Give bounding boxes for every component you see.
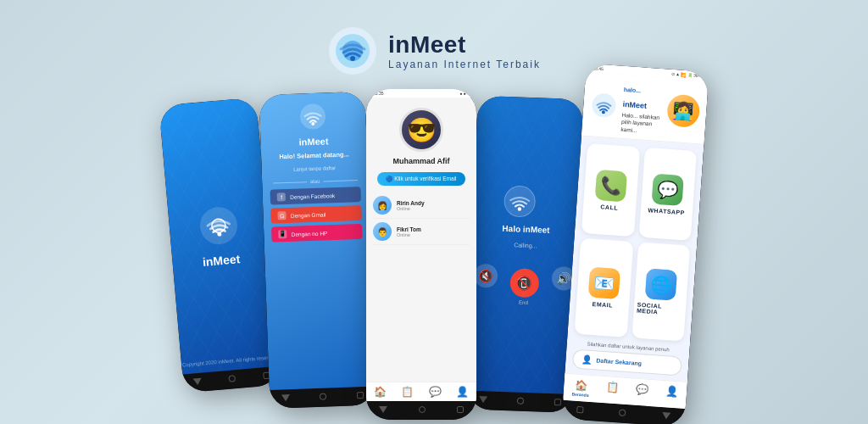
brand-area: inMeet Layanan Internet Terbaik: [327, 25, 541, 76]
profile-pic-area: 😎: [399, 108, 443, 152]
back-nav[interactable]: [662, 412, 671, 420]
nav-list-icon: 📋: [606, 381, 620, 393]
nav-home-item[interactable]: 🏠 Beranda: [571, 379, 589, 398]
contact-status-1: Online: [397, 206, 470, 211]
back-nav[interactable]: [281, 394, 290, 401]
statusbar-time: 18.45: [593, 65, 604, 71]
nav-profile-icon: 👤: [665, 385, 679, 398]
status-time: 15.35: [373, 91, 384, 96]
profile-avatar: 😎: [399, 108, 443, 152]
dashboard-logo-icon: [589, 91, 618, 120]
verify-label: Klik untuk verifikasi Email: [394, 176, 456, 181]
dashboard-greeting: Halo... silahkan pilih layanan kami...: [620, 112, 662, 137]
contact-name-2: Fikri Tom: [397, 226, 470, 232]
login-greeting: Halo! Selamat datang...: [279, 150, 349, 160]
contact-list: 👩 Ririn Andy Online 👨 Fikri Tom Online: [366, 192, 476, 245]
login-wifi-icon: [298, 101, 328, 131]
nav-list-icon[interactable]: 📋: [401, 386, 414, 398]
contact-avatar-2: 👨: [373, 222, 392, 241]
phone-icon: 📱: [279, 230, 287, 238]
register-icon: 👤: [581, 354, 593, 365]
verify-email-btn[interactable]: 🔵 Klik untuk verifikasi Email: [377, 172, 465, 186]
dashboard-screen: 18.45 ⊙ ▲ 📶 🔋 38% halo...: [563, 64, 709, 409]
profile-statusbar: 15.35 ● ● ●: [366, 89, 476, 98]
call-icon-area: 📞: [594, 170, 626, 202]
nav-chat-icon[interactable]: 💬: [429, 386, 442, 398]
brand-tagline: Layanan Internet Terbaik: [388, 59, 541, 70]
contact-info-1: Ririn Andy Online: [397, 200, 470, 211]
nav-chat-item[interactable]: 💬: [635, 383, 648, 402]
email-icon-area: 📧: [587, 267, 620, 299]
facebook-login-btn[interactable]: f Dengan Facebook: [270, 187, 361, 205]
social-service-label: SOCIAL MEDIA: [637, 301, 682, 316]
nav-list-item[interactable]: 📋: [605, 381, 619, 399]
call-service-card[interactable]: 📞 CALL: [581, 143, 640, 237]
contact-item-2: 👨 Fikri Tom Online: [373, 219, 470, 245]
recents-nav[interactable]: [576, 406, 584, 414]
profile-screen: 15.35 ● ● ● 😎 Muhammad Afif 🔵 Klik untuk…: [366, 89, 476, 401]
dashboard-app-name: inMeet: [622, 100, 647, 110]
gmail-icon: G: [278, 211, 287, 220]
dashboard-header: halo... inMeet Halo... silahkan pilih la…: [581, 72, 709, 145]
back-nav[interactable]: [479, 396, 487, 403]
facebook-label: Dengan Facebook: [290, 192, 335, 200]
social-icon-area: 🌐: [645, 268, 677, 300]
statusbar-icons: ⊙ ▲ 📶 🔋 38%: [671, 71, 703, 79]
svg-point-3: [350, 56, 355, 61]
nav-home-label: Beranda: [571, 392, 588, 398]
contact-item: 👩 Ririn Andy Online: [373, 192, 470, 219]
call-service-label: CALL: [600, 204, 618, 210]
status-icons: ● ● ●: [459, 91, 470, 96]
nav-home-icon[interactable]: 🏠: [374, 386, 387, 398]
profile-name: Muhammad Afif: [392, 157, 449, 165]
whatsapp-service-card[interactable]: 💬 WHATSAPP: [638, 148, 697, 241]
social-media-service-card[interactable]: 🌐 SOCIAL MEDIA: [632, 243, 690, 342]
nav-chat-icon: 💬: [636, 383, 649, 396]
phones-container: inMeet Copyright 2020 inMeet. All rights…: [0, 34, 868, 424]
contact-name-1: Ririn Andy: [397, 200, 470, 206]
nav-home-icon: 🏠: [574, 379, 587, 392]
halo-text: halo... inMeet: [622, 80, 664, 113]
login-skip[interactable]: Lanjut tanpa daftar: [293, 165, 336, 172]
whatsapp-service-label: WHATSAPP: [648, 207, 685, 215]
or-label: atau: [310, 179, 320, 184]
phone-login: inMeet Halo! Selamat datang... Lanjut ta…: [259, 92, 376, 409]
home-nav[interactable]: [419, 406, 426, 413]
contact-info-2: Fikri Tom Online: [397, 226, 470, 237]
profile-bottom-nav: 🏠 📋 💬 👤: [366, 382, 476, 401]
register-label: Daftar Sekarang: [596, 357, 642, 366]
facebook-icon: f: [277, 192, 286, 201]
home-nav[interactable]: [619, 409, 626, 416]
avatar-emoji: 😎: [407, 116, 437, 144]
recents-nav[interactable]: [554, 399, 561, 405]
dashboard-header-text: halo... inMeet Halo... silahkan pilih la…: [620, 80, 664, 136]
email-service-label: EMAIL: [592, 301, 613, 309]
gmail-label: Dengan Gmail: [291, 211, 326, 218]
phone-profile: 15.35 ● ● ● 😎 Muhammad Afif 🔵 Klik untuk…: [366, 89, 476, 420]
phone-dashboard: 18.45 ⊙ ▲ 📶 🔋 38% halo...: [562, 64, 709, 424]
home-nav[interactable]: [229, 375, 236, 382]
battery-pct: 38%: [693, 73, 702, 79]
services-grid: 📞 CALL 💬 WHATSAPP 📧 EMAIL 🌐 SOCIAL MEDIA: [567, 137, 704, 349]
phone-label: Dengan no HP: [292, 230, 328, 237]
email-service-card[interactable]: 📧 EMAIL: [575, 238, 633, 338]
phone-login-btn[interactable]: 📱 Dengan no HP: [271, 224, 362, 243]
cs-avatar-emoji: 👩‍💻: [672, 100, 695, 122]
brand-name: inMeet: [388, 31, 541, 59]
home-nav[interactable]: [320, 393, 326, 400]
nav-profile-item[interactable]: 👤: [665, 385, 678, 404]
contact-avatar-1: 👩: [373, 196, 392, 215]
gmail-login-btn[interactable]: G Dengan Gmail: [271, 205, 362, 224]
login-app-name: inMeet: [298, 136, 328, 147]
recents-nav[interactable]: [457, 406, 464, 413]
login-divider: atau: [273, 177, 358, 185]
contact-status-2: Online: [397, 232, 470, 237]
nav-profile-icon[interactable]: 👤: [456, 386, 469, 398]
back-nav[interactable]: [379, 406, 387, 413]
login-screen: inMeet Halo! Selamat datang... Lanjut ta…: [259, 92, 376, 390]
halo-label: halo...: [624, 86, 642, 93]
recents-nav[interactable]: [357, 392, 364, 399]
home-nav[interactable]: [517, 398, 524, 404]
whatsapp-icon-area: 💬: [652, 173, 684, 205]
back-nav[interactable]: [193, 378, 203, 386]
